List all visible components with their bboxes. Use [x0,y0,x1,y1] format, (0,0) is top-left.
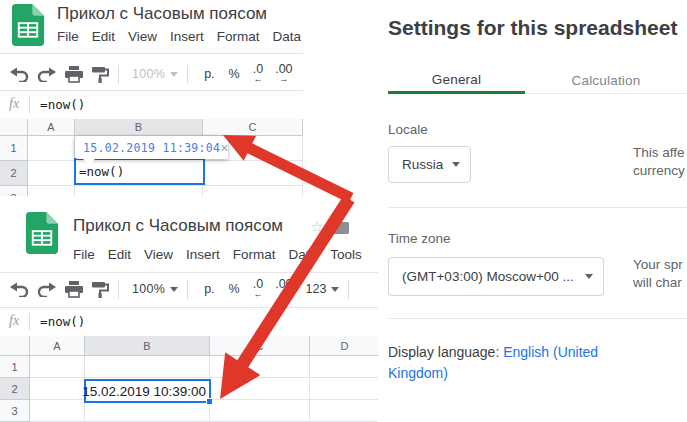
display-language-label: Display language: [388,344,503,360]
select-all-corner[interactable] [0,119,28,136]
cell-c3[interactable] [203,186,303,196]
print-icon[interactable] [65,66,83,83]
toolbar-separator [187,65,188,84]
row-header-2[interactable]: 2 [0,161,28,186]
column-header-a[interactable]: A [30,336,85,356]
menu-data[interactable]: Data [273,29,302,44]
menu-bar: File Edit View Insert Format Data [57,29,301,44]
cell-c3[interactable] [210,400,310,422]
menu-view[interactable]: View [128,29,157,44]
menu-insert[interactable]: Insert [170,29,204,44]
column-header-c[interactable]: C [210,336,310,356]
google-sheets-logo [25,212,59,254]
cell-c2[interactable] [210,378,310,400]
cell-b3[interactable] [85,400,210,422]
row-header-1[interactable]: 1 [0,136,28,161]
column-header-a[interactable]: A [28,119,75,136]
percent-format-button[interactable]: % [229,67,240,81]
row-header-3[interactable]: 3 [0,400,30,422]
row-header-2[interactable]: 2 [0,378,30,400]
toolbar-separator [348,280,349,299]
cell-d1[interactable] [310,356,380,378]
menu-edit[interactable]: Edit [108,247,131,262]
divider [0,90,303,91]
fill-handle[interactable] [206,398,213,405]
timezone-dropdown[interactable]: (GMT+03:00) Moscow+00 ... [388,257,604,296]
increase-decimals-button[interactable]: .00 → [275,279,292,299]
cell-d3[interactable] [310,400,380,422]
row-header-3[interactable]: 3 [0,186,28,196]
close-icon[interactable]: × [220,141,228,155]
document-title[interactable]: Прикол с Часовым поясом [73,216,283,236]
menu-file[interactable]: File [73,247,95,262]
select-all-corner[interactable] [0,336,30,356]
menu-view[interactable]: View [144,247,173,262]
menu-format[interactable]: Format [217,29,260,44]
google-sheets-logo [11,4,45,46]
decrease-decimals-button[interactable]: .0 ← [253,64,263,84]
print-icon[interactable] [65,281,83,298]
menu-format[interactable]: Format [233,247,276,262]
percent-format-button[interactable]: % [229,282,240,296]
locale-value: Russia [402,157,443,172]
column-header-c[interactable]: C [203,119,303,136]
column-header-b[interactable]: B [75,119,203,136]
timezone-note: Your spr will char [633,256,683,292]
cell-value-tooltip: 15.02.2019 11:39:04 × [75,136,228,159]
toolbar-separator [118,65,119,84]
move-folder-icon[interactable] [331,219,349,234]
paint-format-icon[interactable] [92,281,109,298]
more-formats-button[interactable]: 123 [306,282,327,296]
cell-c2[interactable] [203,161,303,186]
tab-bar: General Calculation [388,68,687,96]
tab-general[interactable]: General [388,68,525,94]
decrease-decimals-button[interactable]: .0 ← [253,279,263,299]
menu-edit[interactable]: Edit [92,29,115,44]
cell-b1[interactable] [85,356,210,378]
tab-calculation[interactable]: Calculation [525,68,687,94]
cell-a3[interactable] [30,400,85,422]
menu-file[interactable]: File [57,29,79,44]
star-icon[interactable]: ☆ [310,218,323,236]
cell-b3[interactable] [75,186,203,196]
cell-a1[interactable] [30,356,85,378]
fx-icon: fx [9,313,19,329]
redo-icon[interactable] [37,66,56,82]
cell-a2[interactable] [28,161,75,186]
divider [388,318,687,319]
chevron-down-icon [452,162,460,167]
dialog-title: Settings for this spreadsheet [388,16,677,40]
menu-insert[interactable]: Insert [186,247,220,262]
cell-d2[interactable] [310,378,380,400]
cell-a3[interactable] [28,186,75,196]
column-header-b[interactable]: B [85,336,210,356]
timezone-label: Time zone [388,231,451,246]
document-title[interactable]: Прикол с Часовым поясом [57,4,267,24]
cell-a1[interactable] [28,136,75,161]
locale-dropdown[interactable]: Russia [388,146,471,183]
zoom-control[interactable]: 100% [132,67,165,81]
menu-tools[interactable]: Tools [330,247,362,262]
column-header-d[interactable]: D [310,336,380,356]
redo-icon[interactable] [37,281,56,297]
currency-format-button[interactable]: р. [204,67,214,81]
fx-icon: fx [9,96,19,112]
row-header-1[interactable]: 1 [0,356,30,378]
cell-c1[interactable] [210,356,310,378]
increase-decimals-button[interactable]: .00 → [275,64,292,84]
menu-data[interactable]: Data [289,247,318,262]
cell-a2[interactable] [30,378,85,400]
formula-bar-input[interactable]: =now() [40,97,85,112]
selected-cell-b2[interactable]: 15.02.2019 10:39:00 [84,379,211,403]
cell-edit-text: =now() [79,164,124,179]
locale-label: Locale [388,122,428,137]
paint-format-icon[interactable] [92,66,109,83]
formula-bar-input[interactable]: =now() [40,314,85,329]
undo-icon[interactable] [10,281,29,297]
currency-format-button[interactable]: р. [204,282,214,296]
display-language: Display language: English (United Kingdo… [388,342,625,384]
zoom-control[interactable]: 100% [132,282,165,296]
undo-icon[interactable] [10,66,29,82]
cell-value: 15.02.2019 10:39:00 [82,384,206,399]
divider [0,53,303,54]
